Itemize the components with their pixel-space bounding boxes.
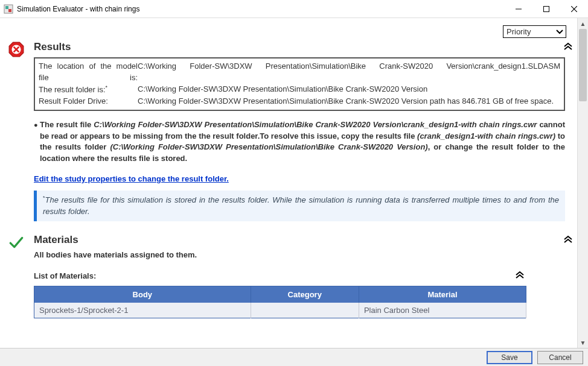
titlebar: Simulation Evaluator - with chain rings (0, 0, 588, 18)
collapse-results-button[interactable] (561, 40, 575, 54)
col-material: Material (359, 286, 526, 303)
priority-dropdown-label: Priority (507, 27, 531, 36)
materials-assigned-text: All bodies have materials assigned to th… (34, 250, 575, 259)
materials-section: Materials All bodies have materials assi… (7, 233, 577, 318)
materials-status-col (7, 233, 34, 252)
chevron-down-icon (555, 27, 564, 37)
info-row: The result folder is:* C:\Working Folder… (39, 84, 560, 96)
results-warning: ● The result file C:\Working Folder-SW\3… (34, 116, 575, 167)
result-drive-value: C:\Working Folder-SW\3DXW Presentation\S… (138, 96, 560, 107)
cell-material: Plain Carbon Steel (359, 303, 526, 318)
materials-list-header: List of Materials: (34, 269, 526, 282)
toolbar: Priority (7, 22, 577, 39)
result-folder-label: The result folder is:* (39, 84, 138, 96)
vertical-scrollbar[interactable]: ▲ ▼ (577, 18, 588, 348)
check-icon (8, 235, 24, 252)
col-body: Body (34, 286, 251, 303)
priority-dropdown[interactable]: Priority (503, 25, 566, 38)
info-row: The location of the model file is: C:\Wo… (39, 61, 560, 84)
results-status-col (7, 40, 34, 59)
error-icon (8, 42, 24, 59)
collapse-materials-list-button[interactable] (513, 269, 526, 282)
window-controls (505, 0, 588, 18)
materials-table: Body Category Material Sprockets-1/Sproc… (34, 286, 526, 318)
model-location-label: The location of the model file is: (39, 61, 138, 84)
scroll-thumb[interactable] (579, 29, 587, 101)
svg-rect-4 (544, 6, 549, 11)
results-note: *The results file for this simulation is… (34, 191, 565, 221)
table-header-row: Body Category Material (34, 286, 526, 303)
minimize-button[interactable] (505, 0, 532, 18)
collapse-materials-button[interactable] (561, 233, 575, 247)
cell-category (251, 303, 359, 318)
cell-body: Sprockets-1/Sprocket-2-1 (34, 303, 251, 318)
scroll-down-icon[interactable]: ▼ (578, 337, 588, 348)
footer: Save Cancel (0, 348, 588, 366)
save-button[interactable]: Save (487, 351, 532, 364)
materials-list-title: List of Materials: (34, 271, 96, 280)
results-heading: Results (34, 41, 561, 53)
materials-heading: Materials (34, 234, 561, 246)
edit-study-properties-link[interactable]: Edit the study properties to change the … (34, 174, 229, 183)
content-area: Priority Results The l (0, 22, 577, 348)
chevron-double-up-icon (563, 235, 573, 246)
scroll-up-icon[interactable]: ▲ (578, 18, 588, 29)
cancel-button[interactable]: Cancel (537, 351, 583, 364)
result-drive-label: Result Folder Drive: (39, 96, 138, 107)
col-category: Category (251, 286, 359, 303)
chevron-double-up-icon (515, 270, 525, 282)
maximize-button[interactable] (532, 0, 560, 18)
svg-rect-1 (5, 6, 8, 9)
info-row: Result Folder Drive: C:\Working Folder-S… (39, 96, 560, 107)
close-button[interactable] (560, 0, 588, 18)
model-location-value: C:\Working Folder-SW\3DXW Presentation\S… (138, 61, 560, 72)
results-info-box: The location of the model file is: C:\Wo… (34, 57, 565, 111)
table-row[interactable]: Sprockets-1/Sprocket-2-1 Plain Carbon St… (34, 303, 526, 318)
bullet-icon: ● (34, 119, 40, 130)
app-icon (4, 4, 13, 14)
svg-rect-2 (8, 9, 11, 12)
window-title: Simulation Evaluator - with chain rings (17, 5, 139, 13)
results-section: Results The location of the model file i… (7, 40, 577, 232)
chevron-double-up-icon (563, 42, 573, 53)
result-folder-value: C:\Working Folder-SW\3DXW Presentation\S… (138, 84, 560, 95)
results-warning-text: The result file C:\Working Folder-SW\3DX… (40, 119, 565, 165)
